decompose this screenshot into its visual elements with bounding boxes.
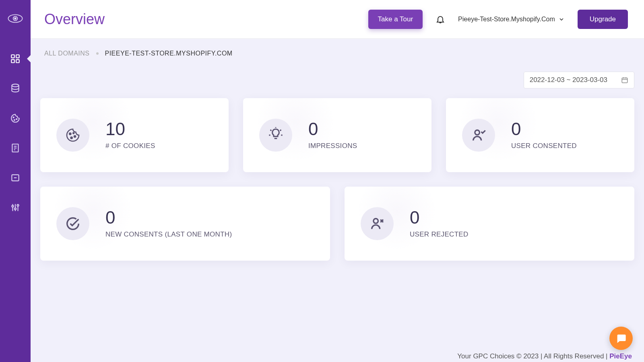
sidebar-item-database[interactable]	[0, 80, 31, 97]
store-name: Pieeye-Test-Store.Myshopify.Com	[458, 16, 555, 23]
svg-rect-5	[11, 60, 14, 63]
stat-card-rejected: 0 USER REJECTED	[345, 187, 634, 261]
breadcrumb-root[interactable]: ALL DOMAINS	[44, 50, 90, 57]
svg-point-30	[73, 133, 74, 134]
sidebar-item-overview[interactable]	[0, 51, 31, 67]
stat-card-cookies: 10 # OF COOKIES	[40, 98, 229, 172]
notifications-button[interactable]	[436, 14, 445, 24]
stat-label: IMPRESSIONS	[308, 142, 357, 150]
user-check-icon-circle	[462, 119, 495, 152]
sidebar-item-reports[interactable]	[0, 140, 31, 156]
svg-point-22	[17, 204, 19, 206]
svg-rect-6	[16, 60, 19, 63]
stat-card-new-consents: 0 NEW CONSENTS (LAST ONE MONTH)	[40, 187, 330, 261]
footer-text: Your GPC Choices © 2023 | All Rights Res…	[457, 352, 609, 360]
svg-point-37	[475, 130, 480, 135]
header: Overview Take a Tour Pieeye-Test-Store.M…	[31, 0, 644, 39]
svg-point-27	[69, 133, 71, 135]
svg-point-10	[16, 119, 17, 119]
sidebar-item-settings[interactable]	[0, 200, 31, 216]
svg-point-18	[12, 206, 13, 207]
svg-point-9	[14, 119, 15, 120]
report-icon	[10, 143, 21, 153]
sliders-icon	[10, 202, 21, 213]
breadcrumb-separator	[96, 52, 99, 55]
svg-rect-3	[11, 55, 14, 58]
svg-point-8	[13, 117, 14, 118]
stat-value: 10	[105, 120, 155, 138]
logo	[6, 10, 24, 27]
dashboard-icon	[10, 53, 21, 64]
database-icon	[10, 83, 21, 94]
content: ALL DOMAINS PIEEYE-TEST-STORE.MYSHOPIFY.…	[31, 39, 644, 362]
svg-line-35	[270, 130, 272, 131]
stat-card-impressions: 0 IMPRESSIONS	[243, 98, 431, 172]
user-x-icon-circle	[361, 207, 394, 240]
svg-point-28	[71, 137, 72, 139]
svg-rect-4	[16, 55, 19, 58]
footer-brand[interactable]: PieEye	[609, 352, 632, 360]
lightbulb-icon	[268, 127, 284, 143]
stat-label: # OF COOKIES	[105, 142, 155, 150]
svg-line-36	[280, 130, 281, 131]
check-circle-icon-circle	[56, 207, 89, 240]
breadcrumb: ALL DOMAINS PIEEYE-TEST-STORE.MYSHOPIFY.…	[40, 39, 634, 64]
stat-value: 0	[410, 209, 469, 226]
take-tour-button[interactable]: Take a Tour	[368, 10, 423, 29]
chat-fab[interactable]	[609, 327, 633, 350]
user-check-icon	[471, 127, 487, 143]
stat-value: 0	[308, 120, 357, 138]
bell-icon	[436, 14, 445, 24]
date-range-picker[interactable]: 2022-12-03 ~ 2023-03-03	[524, 72, 634, 88]
svg-point-7	[12, 84, 19, 87]
stat-label: USER REJECTED	[410, 230, 469, 239]
message-icon	[10, 173, 21, 183]
cookie-icon-circle	[56, 119, 89, 152]
main: Overview Take a Tour Pieeye-Test-Store.M…	[31, 0, 644, 362]
sidebar-item-messages[interactable]	[0, 170, 31, 186]
upgrade-button[interactable]: Upgrade	[578, 10, 628, 29]
check-circle-icon	[65, 216, 80, 231]
footer: Your GPC Choices © 2023 | All Rights Res…	[457, 352, 632, 360]
svg-point-20	[14, 208, 16, 210]
sidebar	[0, 0, 31, 362]
svg-point-29	[74, 136, 76, 137]
user-x-icon	[369, 216, 385, 232]
stat-label: NEW CONSENTS (LAST ONE MONTH)	[105, 230, 232, 239]
date-range-text: 2022-12-03 ~ 2023-03-03	[530, 76, 607, 84]
stat-card-consented: 0 USER CONSENTED	[446, 98, 634, 172]
breadcrumb-current: PIEEYE-TEST-STORE.MYSHOPIFY.COM	[105, 50, 233, 57]
page-title: Overview	[44, 11, 105, 28]
chat-icon	[615, 333, 627, 344]
lightbulb-icon-circle	[259, 119, 292, 152]
sidebar-item-cookies[interactable]	[0, 110, 31, 126]
store-selector[interactable]: Pieeye-Test-Store.Myshopify.Com	[458, 16, 565, 23]
cookie-nav-icon	[10, 113, 21, 123]
svg-point-38	[374, 219, 378, 224]
stat-value: 0	[105, 209, 232, 226]
calendar-icon	[621, 76, 628, 84]
cookie-icon	[65, 127, 81, 143]
svg-rect-23	[622, 78, 627, 83]
chevron-down-icon	[558, 16, 565, 23]
stat-value: 0	[511, 120, 577, 138]
svg-point-2	[14, 18, 16, 19]
stat-label: USER CONSENTED	[511, 142, 577, 150]
